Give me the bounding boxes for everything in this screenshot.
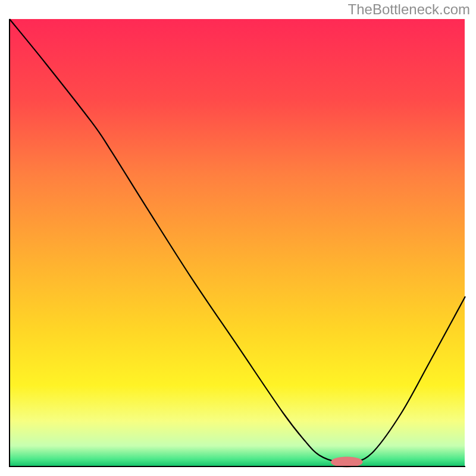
plot-background <box>10 19 465 466</box>
chart-area <box>8 18 466 468</box>
watermark-label: TheBottleneck.com <box>348 1 470 18</box>
bottleneck-chart-svg <box>8 18 466 468</box>
chart-container: TheBottleneck.com <box>0 0 476 476</box>
optimal-marker <box>331 456 363 467</box>
